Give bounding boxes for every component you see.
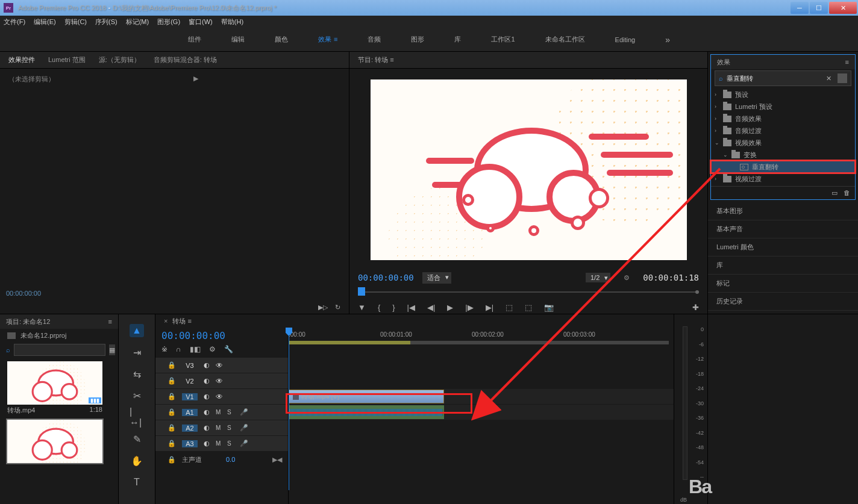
project-item[interactable]: ▮▮▮ 转场.mp4 1:18 xyxy=(7,361,102,416)
panel-essential-graphics[interactable]: 基本图形 xyxy=(708,202,858,220)
menu-window[interactable]: 窗口(W) xyxy=(189,17,213,26)
ws-assembly[interactable]: 组件 xyxy=(182,33,207,46)
fit-dropdown[interactable]: 适合 xyxy=(422,272,451,284)
tree-lumetri-presets[interactable]: ›Lumetri 预设 xyxy=(711,101,855,113)
mark-in-icon[interactable]: { xyxy=(378,303,380,312)
mark-out-icon[interactable]: } xyxy=(392,303,395,312)
fx-timecode[interactable]: 00:00:00:00 xyxy=(0,288,349,300)
track-lane-a3[interactable] xyxy=(289,436,674,452)
track-header-a3[interactable]: 🔒A3◐M S🎤 xyxy=(155,436,288,452)
timeline-timecode[interactable]: 00:00:00:00 xyxy=(161,330,282,341)
panel-libraries[interactable]: 库 xyxy=(708,257,858,275)
button-editor-icon[interactable]: ✚ xyxy=(692,303,699,312)
track-lane-v2[interactable] xyxy=(289,373,674,389)
panel-essential-sound[interactable]: 基本声音 xyxy=(708,220,858,238)
close-sequence-icon[interactable]: × xyxy=(164,317,168,325)
close-button[interactable]: ✕ xyxy=(829,2,857,14)
add-marker-icon[interactable]: ▮◧ xyxy=(190,345,201,353)
ws-color[interactable]: 颜色 xyxy=(269,33,294,46)
toggle-view-icon[interactable]: ▶▷ xyxy=(318,303,328,311)
tree-video-transitions[interactable]: ›视频过渡 xyxy=(711,173,855,185)
type-tool-icon[interactable]: T xyxy=(130,476,144,489)
sequence-tab[interactable]: 转场 ≡ xyxy=(172,317,191,326)
slip-tool-icon[interactable]: |↔| xyxy=(130,411,144,424)
track-master[interactable]: 🔒主声道0.0▶◀ xyxy=(155,452,288,467)
tab-effect-controls[interactable]: 效果控件 xyxy=(8,55,35,64)
menu-file[interactable]: 文件(F) xyxy=(4,17,25,26)
loop-icon[interactable]: ↻ xyxy=(335,303,340,311)
clear-search-icon[interactable]: ✕ xyxy=(826,75,831,82)
ws-custom1[interactable]: 工作区1 xyxy=(485,33,521,46)
menu-marker[interactable]: 标记(M) xyxy=(126,17,149,26)
track-lane-a2[interactable] xyxy=(289,420,674,436)
go-to-out-icon[interactable]: ▶| xyxy=(486,303,493,312)
panel-history[interactable]: 历史记录 xyxy=(708,293,858,311)
project-search-input[interactable] xyxy=(14,344,105,356)
tree-vertical-flip[interactable]: 垂直翻转 xyxy=(711,161,855,173)
extract-icon[interactable]: ⬚ xyxy=(525,303,532,312)
tab-audio-clip-mixer[interactable]: 音频剪辑混合器: 转场 xyxy=(154,55,217,64)
track-select-tool-icon[interactable]: ⇥ xyxy=(130,346,144,359)
settings-icon[interactable]: ⚙ xyxy=(624,274,630,282)
program-title[interactable]: 节目: 转场 ≡ xyxy=(358,55,394,64)
snap-icon[interactable]: ※ xyxy=(161,345,168,353)
ws-effects[interactable]: 效果 xyxy=(312,33,343,46)
pen-tool-icon[interactable]: ✎ xyxy=(130,432,144,446)
program-scrubber[interactable] xyxy=(358,287,699,297)
ws-graphics[interactable]: 图形 xyxy=(405,33,430,46)
settings-icon[interactable]: ⚙ xyxy=(209,345,216,353)
track-lane-v3[interactable] xyxy=(289,358,674,373)
lift-icon[interactable]: ⬚ xyxy=(506,303,513,312)
go-to-in-icon[interactable]: |◀ xyxy=(407,303,415,312)
ws-audio[interactable]: 音频 xyxy=(362,33,387,46)
new-bin-icon[interactable] xyxy=(838,73,847,83)
hand-tool-icon[interactable]: ✋ xyxy=(130,454,144,467)
effects-search-input[interactable] xyxy=(727,75,822,82)
menu-edit[interactable]: 编辑(E) xyxy=(34,17,56,26)
linked-selection-icon[interactable]: ∩ xyxy=(176,345,181,353)
minimize-button[interactable]: ─ xyxy=(791,2,809,14)
ws-unnamed[interactable]: 未命名工作区 xyxy=(539,33,591,46)
ws-libraries[interactable]: 库 xyxy=(448,33,467,46)
panel-menu-icon[interactable]: ≡ xyxy=(845,58,849,66)
selection-tool-icon[interactable]: ▲ xyxy=(130,324,144,337)
panel-lumetri-color[interactable]: Lumetri 颜色 xyxy=(708,238,858,257)
play-icon[interactable]: ▶ xyxy=(447,303,453,312)
track-header-v3[interactable]: 🔒V3◐👁 xyxy=(155,358,288,373)
add-marker-icon[interactable]: ▼ xyxy=(358,303,366,312)
filter-icon[interactable]: ▦ xyxy=(109,344,115,355)
step-back-icon[interactable]: ◀| xyxy=(427,303,435,312)
panel-markers[interactable]: 标记 xyxy=(708,275,858,293)
project-title[interactable]: 项目: 未命名12 xyxy=(6,317,50,326)
export-frame-icon[interactable]: 📷 xyxy=(544,303,554,312)
menu-graphics[interactable]: 图形(G) xyxy=(157,17,180,26)
video-preview[interactable] xyxy=(371,79,687,260)
tab-lumetri-scopes[interactable]: Lumetri 范围 xyxy=(48,55,86,64)
track-lane-master[interactable] xyxy=(289,452,674,467)
zoom-dropdown[interactable]: 1/2 xyxy=(586,273,610,282)
menu-sequence[interactable]: 序列(S) xyxy=(95,17,117,26)
ws-editing-en[interactable]: Editing xyxy=(609,34,642,46)
program-timecode-left[interactable]: 00:00:00:00 xyxy=(358,273,414,282)
new-folder-icon[interactable]: ▭ xyxy=(831,189,838,197)
wrench-icon[interactable]: 🔧 xyxy=(224,345,233,353)
razor-tool-icon[interactable]: ✂ xyxy=(130,389,144,402)
tree-video-effects[interactable]: ⌄视频效果 xyxy=(711,137,855,149)
track-header-a2[interactable]: 🔒A2◐M S🎤 xyxy=(155,420,288,436)
ws-editing[interactable]: 编辑 xyxy=(225,33,251,46)
step-forward-icon[interactable]: |▶ xyxy=(465,303,473,312)
tree-audio-effects[interactable]: ›音频效果 xyxy=(711,113,855,125)
ws-overflow[interactable]: » xyxy=(659,33,676,47)
maximize-button[interactable]: ☐ xyxy=(810,2,828,14)
timeline-ruler[interactable]: :00:00 00:00:01:00 00:00:02:00 00:00:03:… xyxy=(288,328,674,358)
project-item[interactable] xyxy=(7,420,102,463)
track-header-a1[interactable]: 🔒A1◐M S🎤 xyxy=(155,405,288,420)
delete-icon[interactable]: 🗑 xyxy=(844,189,850,197)
track-header-v1[interactable]: 🔒V1◐👁 xyxy=(155,389,288,405)
panel-menu-icon[interactable]: ≡ xyxy=(108,318,112,325)
tab-source[interactable]: 源:（无剪辑） xyxy=(99,55,140,64)
menu-clip[interactable]: 剪辑(C) xyxy=(64,17,87,26)
menu-help[interactable]: 帮助(H) xyxy=(221,17,243,26)
tree-transform[interactable]: ⌄变换 xyxy=(711,149,855,161)
track-header-v2[interactable]: 🔒V2◐👁 xyxy=(155,373,288,389)
